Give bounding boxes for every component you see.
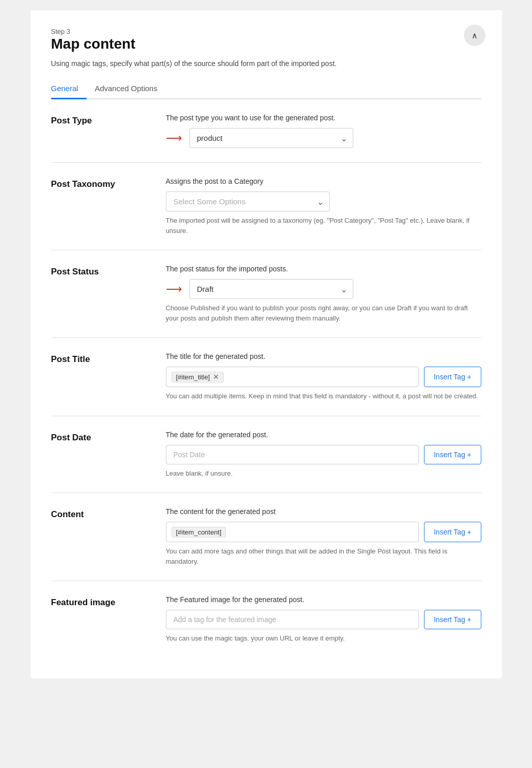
post-type-section: Post Type The post type you want to use … (51, 99, 481, 163)
post-taxonomy-helper: The imported post will be assigned to a … (166, 216, 481, 236)
post-type-select[interactable]: product post page (189, 128, 353, 148)
content-chip-container: [#item_content] (166, 522, 419, 542)
post-date-helper: Leave blank, if unsure. (166, 468, 481, 479)
collapse-button[interactable]: ∧ (464, 25, 485, 46)
post-taxonomy-select-wrapper: Select Some Options ⌄ (166, 191, 330, 211)
featured-image-section: Featured image The Featured image for th… (51, 581, 481, 658)
post-type-description: The post type you want to use for the ge… (166, 114, 481, 122)
post-type-label: Post Type (51, 114, 154, 126)
tab-general[interactable]: General (51, 80, 87, 99)
post-date-label: Post Date (51, 431, 154, 443)
post-title-tag-chip: [#item_title] ✕ (172, 372, 224, 382)
post-date-description: The date for the generated post. (166, 431, 481, 439)
post-status-helper: Choose Published if you want to publish … (166, 303, 481, 323)
post-status-label: Post Status (51, 265, 154, 277)
post-taxonomy-label: Post Taxonomy (51, 177, 154, 189)
post-title-content: The title for the generated post. [#item… (166, 352, 481, 401)
content-insert-tag-button[interactable]: Insert Tag + (424, 522, 481, 542)
post-taxonomy-select[interactable]: Select Some Options (166, 191, 330, 211)
post-type-select-wrapper: product post page ⌄ (189, 128, 353, 148)
post-title-tag-value: [#item_title] (176, 373, 210, 381)
main-card: Step 3 Map content Using magic tags, spe… (31, 10, 502, 678)
post-taxonomy-section: Post Taxonomy Assigns the post to a Cate… (51, 163, 481, 250)
post-date-section: Post Date The date for the generated pos… (51, 416, 481, 494)
content-field-content: The content for the generated post [#ite… (166, 507, 481, 566)
featured-image-helper: You can use the magic tags, your own URL… (166, 633, 481, 644)
content-label: Content (51, 507, 154, 520)
post-status-section: Post Status The post status for the impo… (51, 250, 481, 338)
tab-advanced[interactable]: Advanced Options (95, 80, 166, 99)
post-date-input[interactable] (166, 445, 419, 464)
page-description: Using magic tags, specify what part(s) o… (51, 59, 481, 68)
content-section: Content The content for the generated po… (51, 493, 481, 581)
post-status-arrow-icon: ⟶ (166, 283, 182, 296)
content-field-row: [#item_content] Insert Tag + (166, 522, 481, 542)
post-date-insert-tag-button[interactable]: Insert Tag + (424, 445, 481, 464)
content-helper: You can add more tags and other things t… (166, 546, 481, 566)
post-status-description: The post status for the imported posts. (166, 265, 481, 273)
post-type-content: The post type you want to use for the ge… (166, 114, 481, 148)
featured-image-content: The Featured image for the generated pos… (166, 595, 481, 644)
content-tag-chip: [#item_content] (172, 527, 226, 538)
content-description: The content for the generated post (166, 507, 481, 516)
tabs-container: General Advanced Options (51, 80, 481, 99)
post-status-arrow-row: ⟶ Draft Published Pending Private ⌄ (166, 279, 481, 299)
post-status-select[interactable]: Draft Published Pending Private (189, 279, 353, 299)
post-title-insert-tag-button[interactable]: Insert Tag + (424, 367, 481, 387)
post-title-description: The title for the generated post. (166, 352, 481, 360)
post-taxonomy-content: Assigns the post to a Category Select So… (166, 177, 481, 236)
featured-image-field-row: Insert Tag + (166, 610, 481, 629)
post-title-section: Post Title The title for the generated p… (51, 338, 481, 416)
featured-image-input[interactable] (166, 610, 419, 629)
post-title-field-row: [#item_title] ✕ Insert Tag + (166, 367, 481, 387)
featured-image-description: The Featured image for the generated pos… (166, 595, 481, 604)
step-label: Step 3 (51, 28, 71, 35)
featured-image-insert-tag-button[interactable]: Insert Tag + (424, 610, 481, 629)
post-date-content: The date for the generated post. Insert … (166, 431, 481, 479)
post-title-helper: You can add multiple items. Keep in mind… (166, 391, 481, 401)
post-status-content: The post status for the imported posts. … (166, 265, 481, 323)
post-date-field-row: Insert Tag + (166, 445, 481, 464)
post-title-label: Post Title (51, 352, 154, 365)
post-type-arrow-icon: ⟶ (166, 132, 182, 145)
post-title-chip-container: [#item_title] ✕ (166, 367, 419, 387)
content-tag-value: [#item_content] (176, 528, 222, 536)
featured-image-label: Featured image (51, 595, 154, 608)
post-type-arrow-row: ⟶ product post page ⌄ (166, 128, 481, 148)
page-title: Map content (51, 36, 481, 52)
post-taxonomy-description: Assigns the post to a Category (166, 177, 481, 185)
post-title-tag-remove[interactable]: ✕ (213, 373, 219, 380)
post-status-select-wrapper: Draft Published Pending Private ⌄ (189, 279, 353, 299)
